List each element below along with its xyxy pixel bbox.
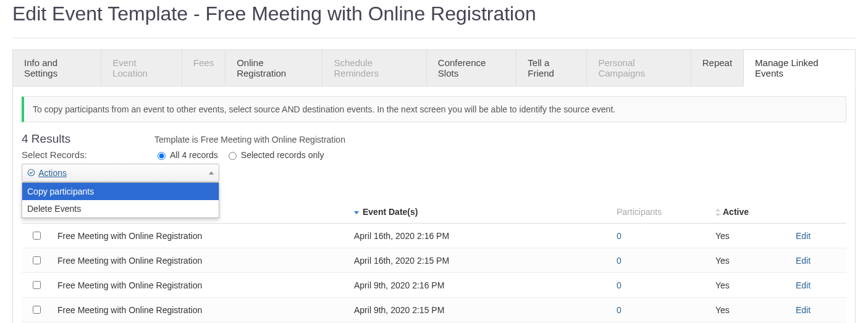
cell-participants: 0 <box>612 224 710 248</box>
edit-link[interactable]: Edit <box>796 280 811 290</box>
actions-label: Actions <box>38 168 67 178</box>
sort-neutral-icon <box>715 209 720 216</box>
cell-participants: 0 <box>612 273 710 298</box>
participants-link[interactable]: 0 <box>617 256 622 266</box>
cell-event: Free Meeting with Online Registration <box>53 224 349 248</box>
tab-panel-manage-linked: To copy participants from an event to ot… <box>12 86 856 323</box>
page-title: Edit Event Template - Free Meeting with … <box>12 0 856 38</box>
tab-schedule-reminders: Schedule Reminders <box>322 49 426 86</box>
table-row: Free Meeting with Online RegistrationApr… <box>22 273 846 298</box>
col-active-label: Active <box>723 207 749 217</box>
col-participants-label: Participants <box>617 207 662 217</box>
radio-all-records-input[interactable] <box>158 152 166 160</box>
edit-link[interactable]: Edit <box>796 305 811 315</box>
participants-link[interactable]: 0 <box>617 280 622 290</box>
edit-link[interactable]: Edit <box>796 256 811 266</box>
cell-active: Yes <box>710 224 791 248</box>
cell-active: Yes <box>710 298 791 322</box>
tab-online-registration[interactable]: Online Registration <box>225 49 322 86</box>
cell-edit: Edit <box>791 273 846 298</box>
events-table: Event Event Date(s) Participants Active … <box>22 201 846 322</box>
actions-dropdown-menu: Copy participantsDelete Events <box>22 182 219 218</box>
actions-menu-item-delete-events[interactable]: Delete Events <box>22 200 219 217</box>
select-records-label: Select Records: <box>22 149 154 160</box>
tab-conference-slots[interactable]: Conference Slots <box>426 49 516 86</box>
cell-edit: Edit <box>791 248 846 273</box>
cell-date: April 9th, 2020 2:16 PM <box>349 273 612 298</box>
tab-info-and-settings[interactable]: Info and Settings <box>12 49 101 86</box>
row-checkbox[interactable] <box>33 281 41 289</box>
actions-menu-item-copy-participants[interactable]: Copy participants <box>22 183 219 200</box>
row-checkbox[interactable] <box>33 256 41 264</box>
participants-link[interactable]: 0 <box>617 231 622 241</box>
cell-edit: Edit <box>791 298 846 322</box>
template-line: Template is Free Meeting with Online Reg… <box>154 135 345 145</box>
sort-desc-icon <box>354 211 359 214</box>
radio-selected-only[interactable]: Selected records only <box>225 150 324 160</box>
tabs-bar: Info and SettingsEvent LocationFeesOnlin… <box>12 49 856 86</box>
tab-personal-campaigns: Personal Campaigns <box>586 49 690 86</box>
tab-fees: Fees <box>182 49 225 86</box>
check-circle-icon <box>27 169 35 177</box>
col-edit <box>791 201 846 224</box>
cell-date: April 9th, 2020 2:15 PM <box>349 298 612 322</box>
chevron-up-icon <box>209 172 214 175</box>
col-event-dates[interactable]: Event Date(s) <box>349 201 612 224</box>
cell-active: Yes <box>710 248 791 273</box>
edit-link[interactable]: Edit <box>796 231 811 241</box>
cell-date: April 16th, 2020 2:15 PM <box>349 248 612 273</box>
info-message: To copy participants from an event to ot… <box>22 96 846 122</box>
col-active[interactable]: Active <box>710 201 791 224</box>
results-count: 4 Results <box>22 132 154 146</box>
table-row: Free Meeting with Online RegistrationApr… <box>22 298 846 322</box>
radio-selected-only-input[interactable] <box>229 152 237 160</box>
tab-repeat[interactable]: Repeat <box>691 49 743 86</box>
cell-event: Free Meeting with Online Registration <box>53 248 349 273</box>
table-row: Free Meeting with Online RegistrationApr… <box>22 224 846 248</box>
table-row: Free Meeting with Online RegistrationApr… <box>22 248 846 273</box>
cell-participants: 0 <box>612 248 710 273</box>
radio-all-records-label: All 4 records <box>170 150 218 160</box>
cell-date: April 16th, 2020 2:16 PM <box>349 224 612 248</box>
cell-edit: Edit <box>791 224 846 248</box>
row-checkbox[interactable] <box>33 306 41 314</box>
actions-dropdown-button[interactable]: Actions <box>22 164 219 182</box>
cell-active: Yes <box>710 273 791 298</box>
col-participants[interactable]: Participants <box>612 201 710 224</box>
cell-event: Free Meeting with Online Registration <box>53 273 349 298</box>
participants-link[interactable]: 0 <box>617 305 622 315</box>
col-event-dates-label: Event Date(s) <box>363 207 418 217</box>
cell-participants: 0 <box>612 298 710 322</box>
radio-all-records[interactable]: All 4 records <box>154 150 218 160</box>
tab-tell-a-friend[interactable]: Tell a Friend <box>516 49 586 86</box>
radio-selected-only-label: Selected records only <box>241 150 324 160</box>
cell-event: Free Meeting with Online Registration <box>53 298 349 322</box>
tab-manage-linked-events[interactable]: Manage Linked Events <box>743 49 856 86</box>
row-checkbox[interactable] <box>33 232 41 240</box>
tab-event-location: Event Location <box>101 49 182 86</box>
